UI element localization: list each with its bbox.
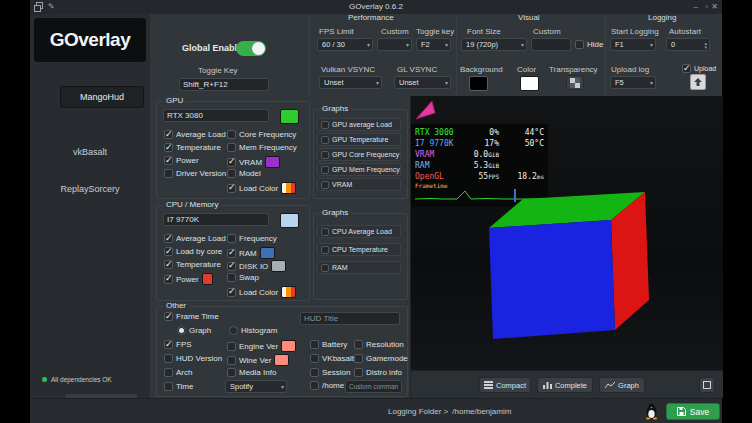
cpu-frequency-checkbox[interactable]: Frequency [227, 234, 277, 243]
upload-checkbox[interactable]: Upload [682, 64, 716, 73]
start-logging-select[interactable]: F1▾ [610, 38, 656, 51]
cpu-average-load-checkbox[interactable]: Average Load [164, 234, 226, 243]
sidebar-item-replaysorcery[interactable]: ReplaySorcery [30, 184, 150, 194]
cpu-power-checkbox[interactable]: Power [164, 273, 213, 285]
swap-checkbox[interactable]: Swap [227, 273, 259, 282]
gamemode-checkbox[interactable]: Gamemode [354, 354, 408, 363]
gpu-color-swatch[interactable] [280, 109, 299, 124]
visual-custom-label: Custom [533, 27, 561, 36]
hide-checkbox[interactable]: Hide [575, 40, 603, 49]
gpu-average-load-checkbox[interactable]: Average Load [164, 130, 226, 139]
checkbox-icon [321, 151, 329, 159]
save-button[interactable]: Save [666, 403, 720, 420]
gpu-core-frequency-checkbox[interactable]: Core Frequency [227, 130, 296, 139]
upload-button[interactable] [690, 74, 706, 90]
save-icon [677, 407, 686, 416]
cpu-color-swatch[interactable] [280, 213, 299, 228]
gpu-graph-core-frequency-checkbox[interactable]: GPU Core Frequency [317, 148, 401, 161]
global-enable-toggle[interactable] [236, 41, 266, 56]
gpu-name-input[interactable] [163, 109, 269, 122]
sidebar-item-mangohud[interactable]: MangoHud [60, 86, 144, 108]
cpu-load-by-core-checkbox[interactable]: Load by core [164, 247, 222, 256]
gpu-model-checkbox[interactable]: Model [227, 169, 261, 178]
battery-checkbox[interactable]: Battery [310, 340, 347, 349]
position-cursor-icon[interactable] [413, 98, 437, 122]
graph-radio[interactable]: Graph [177, 326, 211, 335]
vulkan-vsync-select[interactable]: Unset▾ [319, 76, 382, 89]
logging-folder[interactable]: Logging Folder > /home/benjamim [388, 407, 511, 416]
status-ok-icon [42, 377, 47, 382]
panel-toggle-button[interactable] [699, 377, 715, 393]
gpu-vram-checkbox[interactable]: VRAM [227, 156, 280, 168]
wine-ver-color-swatch[interactable] [274, 354, 289, 366]
hud-version-checkbox[interactable]: HUD Version [164, 354, 222, 363]
cpu-graph-temperature-checkbox[interactable]: CPU Temperature [317, 243, 401, 256]
background-color-swatch[interactable] [469, 76, 488, 91]
cpu-graph-ram-checkbox[interactable]: RAM [317, 261, 401, 274]
frame-time-checkbox[interactable]: Frame Time [164, 312, 219, 321]
checkbox-icon [164, 340, 173, 349]
wine-ver-checkbox[interactable]: Wine Ver [227, 354, 289, 366]
media-info-checkbox[interactable]: Media Info [227, 368, 276, 377]
load-color-swatch[interactable] [281, 286, 296, 298]
toggle-key-input[interactable] [179, 78, 269, 91]
vram-color-swatch[interactable] [265, 156, 280, 168]
gpu-graph-temperature-checkbox[interactable]: GPU Temperature [317, 133, 401, 146]
histogram-radio[interactable]: Histogram [229, 326, 277, 335]
gl-vsync-select[interactable]: Unset▾ [394, 76, 451, 89]
cpu-load-color-checkbox[interactable]: Load Color [227, 286, 296, 298]
gpu-temperature-checkbox[interactable]: Temperature [164, 143, 221, 152]
font-size-select[interactable]: 19 (720p)▾ [461, 38, 527, 51]
hud-ram-label: RAM [415, 160, 467, 171]
screen: ✎ GOverlay 0.6.2 – ▫ ✕ GOverlay MangoHud… [0, 0, 752, 423]
sidebar-item-vkbasalt[interactable]: vkBasalt [30, 147, 150, 157]
ram-checkbox[interactable]: RAM [227, 247, 275, 259]
fps-custom-select[interactable]: ▾ [377, 38, 412, 51]
chevron-down-icon: ▾ [445, 79, 448, 86]
gpu-graph-mem-frequency-checkbox[interactable]: GPU Mem Frequency [317, 163, 401, 176]
tux-penguin-icon [645, 402, 658, 420]
ram-color-swatch[interactable] [260, 247, 275, 259]
engine-ver-checkbox[interactable]: Engine Ver [227, 340, 296, 352]
font-size-custom-input[interactable] [531, 38, 571, 51]
complete-button[interactable]: Complete [537, 377, 593, 393]
autostart-spinner[interactable]: 0▴▾ [666, 38, 710, 51]
gpu-power-checkbox[interactable]: Power [164, 156, 199, 165]
arch-checkbox[interactable]: Arch [164, 368, 192, 377]
graph-button[interactable]: Graph [599, 377, 645, 393]
close-icon[interactable]: ✕ [711, 2, 718, 12]
gpu-mem-frequency-checkbox[interactable]: Mem Frequency [227, 143, 297, 152]
engine-ver-color-swatch[interactable] [281, 340, 296, 352]
gpu-graph-vram-checkbox[interactable]: VRAM [317, 178, 401, 191]
media-player-select[interactable]: Spotify▾ [225, 380, 287, 393]
transparency-button[interactable] [566, 75, 584, 90]
maximize-icon[interactable]: ▫ [705, 2, 708, 12]
cpu-temperature-checkbox[interactable]: Temperature [164, 260, 221, 269]
gpu-driver-version-checkbox[interactable]: Driver Version [164, 169, 226, 178]
perf-toggle-key-select[interactable]: F2▾ [416, 38, 451, 51]
text-color-swatch[interactable] [520, 76, 539, 91]
fps-checkbox[interactable]: FPS [164, 340, 192, 349]
minimize-icon[interactable]: – [694, 2, 698, 12]
disk-io-color-swatch[interactable] [271, 260, 286, 272]
home-checkbox[interactable]: /home [310, 381, 344, 390]
compact-button[interactable]: Compact [479, 377, 531, 393]
cpu-name-input[interactable] [163, 213, 269, 226]
resolution-checkbox[interactable]: Resolution [354, 340, 404, 349]
cpu-graph-average-load-checkbox[interactable]: CPU Average Load [317, 225, 401, 238]
hud-title-input[interactable] [300, 312, 400, 325]
load-color-swatch[interactable] [281, 182, 296, 194]
upload-log-select[interactable]: F5▾ [610, 76, 656, 89]
disk-io-checkbox[interactable]: DISK IO [227, 260, 286, 272]
distro-info-checkbox[interactable]: Distro info [354, 368, 402, 377]
session-checkbox[interactable]: Session [310, 368, 350, 377]
spinner-arrows-icon[interactable]: ▴▾ [704, 41, 707, 49]
vkbasalt-checkbox[interactable]: VKbasalt [310, 354, 354, 363]
fps-limit-select[interactable]: 60 / 30▾ [317, 38, 373, 51]
gpu-graph-average-load-checkbox[interactable]: GPU average Load [317, 118, 401, 131]
time-checkbox[interactable]: Time [164, 382, 193, 391]
custom-command-input[interactable] [345, 380, 402, 393]
power-color-swatch[interactable] [202, 273, 213, 285]
checkbox-icon [321, 181, 329, 189]
gpu-load-color-checkbox[interactable]: Load Color [227, 182, 296, 194]
